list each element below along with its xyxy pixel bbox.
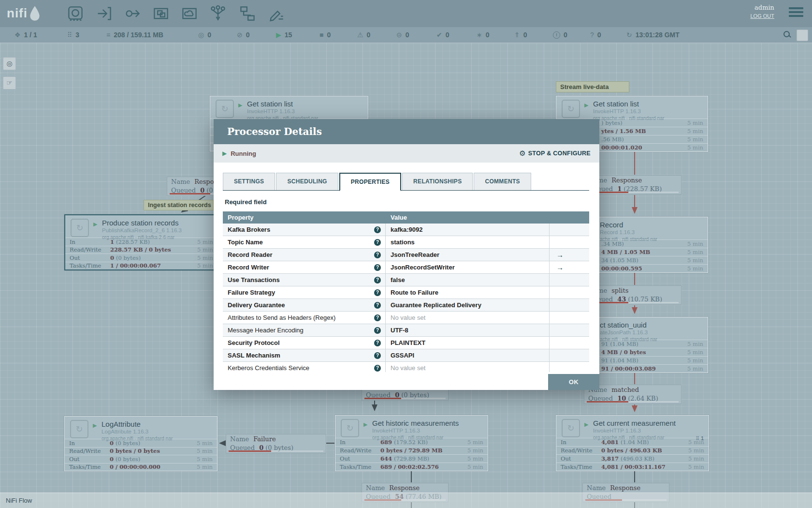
dialog-tabs: SETTINGS SCHEDULING PROPERTIES RELATIONS… — [223, 173, 589, 191]
connection-label-failure[interactable]: NameFailure Queued0(0 bytes) — [226, 434, 326, 453]
table-row: Record Writer?JsonRecordSetWriter→ — [223, 261, 589, 274]
transmitting-icon: ◎ — [198, 31, 204, 39]
help-icon[interactable]: ? — [374, 365, 381, 372]
help-icon[interactable]: ? — [374, 352, 381, 359]
go-to-service-icon[interactable]: → — [556, 251, 564, 259]
help-icon[interactable]: ? — [374, 226, 381, 233]
help-icon[interactable]: ? — [374, 302, 381, 309]
processor-title: Get station list — [593, 100, 639, 108]
breadcrumb[interactable]: NiFi Flow — [6, 497, 32, 504]
run-status-icon: ▶ — [93, 221, 97, 227]
disabled-icon: ⊝ — [396, 31, 402, 39]
table-row: Delivery Guarantee?Guarantee Replicated … — [223, 299, 589, 312]
processor-get-historic-measurements[interactable]: ↻ ▶ Get historic measurements InvokeHTTP… — [335, 415, 488, 471]
processor-title: Produce station records — [102, 219, 178, 227]
processor-icon: ↻ — [216, 100, 234, 118]
process-group-icon[interactable] — [153, 5, 169, 22]
stop-and-configure-button[interactable]: ⚙ STOP & CONFIGURE — [519, 149, 591, 158]
processor-icon: ↻ — [562, 419, 580, 437]
up-to-date-status: ✔0 — [436, 27, 450, 43]
queued-status: ≡208 / 159.11 MB — [106, 27, 163, 43]
running-status: ▶15 — [276, 27, 292, 43]
processor-icon: ↻ — [341, 419, 359, 437]
help-icon[interactable]: ? — [374, 252, 381, 258]
tab-settings[interactable]: SETTINGS — [223, 173, 275, 190]
hand-icon: ☞ — [6, 79, 13, 87]
help-icon[interactable]: ? — [374, 340, 381, 346]
active-threads-icon: ⠿ — [67, 31, 72, 39]
tab-properties[interactable]: PROPERTIES — [339, 173, 401, 191]
processor-title: Get current measurement — [593, 419, 676, 427]
locally-modified-stale-icon: ! — [553, 31, 560, 39]
processor-type: ateJsonPath 1.16.3 — [600, 329, 648, 335]
tab-scheduling[interactable]: SCHEDULING — [276, 173, 338, 190]
queue-load-indicator — [587, 192, 679, 193]
queue-load-indicator — [587, 302, 679, 303]
template-icon[interactable] — [239, 5, 256, 22]
funnel-icon[interactable] — [210, 5, 226, 22]
nifi-logo: nifi — [7, 5, 42, 21]
help-icon[interactable]: ? — [374, 327, 381, 334]
go-to-service-icon[interactable]: → — [556, 263, 564, 271]
remote-process-group-icon[interactable] — [181, 5, 198, 22]
processor-icon[interactable] — [67, 5, 84, 22]
output-port-icon[interactable] — [124, 5, 141, 22]
sync-failure-icon: ? — [590, 31, 594, 39]
help-icon[interactable]: ? — [374, 239, 381, 246]
navigate-palette-button[interactable]: ◎ — [3, 57, 16, 70]
queue-load-indicator — [229, 450, 323, 452]
processor-details-dialog: Processor Details ▶ Running ⚙ STOP & CON… — [214, 119, 599, 390]
help-icon[interactable]: ? — [374, 289, 381, 296]
table-row: SASL Mechanism?GSSAPI — [223, 349, 589, 362]
up-to-date-icon: ✔ — [436, 31, 442, 39]
not-transmitting-icon: ⊘ — [237, 31, 243, 39]
label-icon[interactable] — [268, 5, 285, 22]
locally-modified-stale-status: !0 — [553, 27, 567, 43]
canvas-label-stream-live-data[interactable]: Stream live-data — [556, 81, 629, 92]
table-row: Topic Name?stations — [223, 236, 589, 249]
table-row: Security Protocol?PLAINTEXT — [223, 337, 589, 349]
search-icon[interactable] — [783, 31, 791, 38]
last-refreshed[interactable]: ↻13:01:28 GMT — [626, 27, 680, 43]
processor-stats: In1(228.57 KB)5 min Read/Write228.57 KB … — [65, 238, 218, 269]
canvas-label-ingest-station-records[interactable]: Ingest station records — [144, 200, 214, 210]
ok-button[interactable]: OK — [548, 374, 599, 390]
processor-produce-station-records[interactable]: ↻ ▶ Produce station records PublishKafka… — [64, 214, 218, 270]
app-header: nifi admin LOG OUT — [0, 0, 812, 27]
logout-link[interactable]: LOG OUT — [750, 13, 774, 19]
birdseye-toggle-icon[interactable] — [797, 30, 808, 41]
processor-icon: ↻ — [562, 100, 580, 118]
queue-load-indicator — [364, 398, 446, 399]
help-icon[interactable]: ? — [374, 314, 381, 321]
disabled-status: ⊝0 — [396, 27, 409, 43]
help-icon[interactable]: ? — [374, 277, 381, 284]
tab-comments[interactable]: COMMENTS — [474, 173, 531, 190]
input-port-icon[interactable] — [96, 5, 112, 22]
status-bar: ❖1 / 1 ⠿3 ≡208 / 159.11 MB ◎0 ⊘0 ▶15 ■0 … — [0, 27, 812, 43]
dialog-header: Processor Details — [214, 119, 599, 144]
refresh-icon[interactable]: ↻ — [626, 31, 632, 39]
processor-title: ct station_uuid — [600, 321, 647, 329]
run-status-icon: ▶ — [238, 102, 242, 108]
help-icon[interactable]: ? — [374, 264, 381, 271]
processor-type: InvokeHTTP 1.16.3 — [247, 108, 295, 114]
running-icon: ▶ — [222, 150, 227, 157]
processor-get-current-measurement[interactable]: ↻ ▶ Get current measurement InvokeHTTP 1… — [556, 415, 709, 471]
tab-relationships[interactable]: RELATIONSHIPS — [402, 173, 473, 190]
locally-modified-icon: ∗ — [477, 31, 482, 39]
operate-palette-button[interactable]: ☞ — [3, 76, 16, 90]
processor-title: LogAttribute — [102, 420, 141, 428]
processor-icon: ↻ — [70, 420, 88, 438]
cluster-icon: ❖ — [14, 31, 21, 39]
not-transmitting-status: ⊘0 — [237, 27, 250, 43]
table-row: Use Transactions?false — [223, 274, 589, 286]
table-row: Failure Strategy?Route to Failure — [223, 286, 589, 299]
global-menu-icon[interactable] — [789, 7, 803, 19]
run-status-icon: ▶ — [584, 102, 588, 108]
processor-type: InvokeHTTP 1.16.3 — [593, 108, 641, 114]
processor-type: InvokeHTTP 1.16.3 — [593, 428, 641, 433]
invalid-status: ⚠0 — [357, 27, 370, 43]
run-state-label: Running — [231, 150, 256, 157]
processor-log-attribute[interactable]: ↻ ▶ LogAttribute LogAttribute 1.16.3 org… — [64, 416, 218, 471]
dialog-status-strip: ▶ Running ⚙ STOP & CONFIGURE — [214, 144, 599, 163]
